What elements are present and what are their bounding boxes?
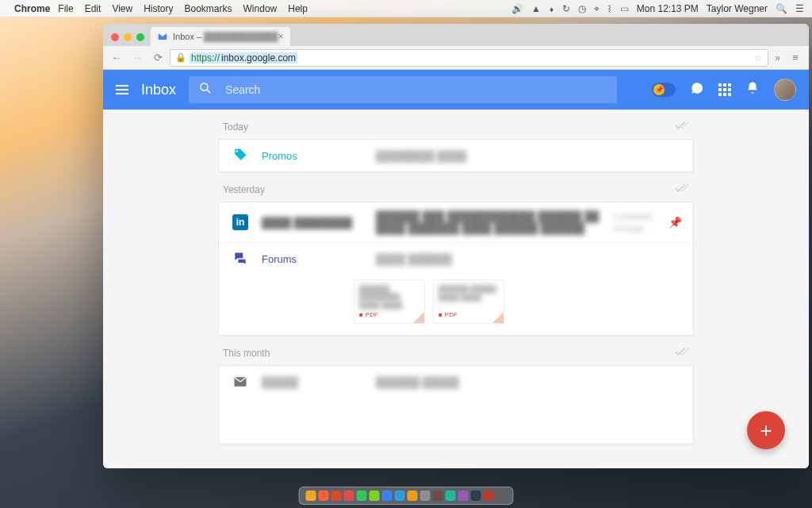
- forums-attachments: ██████ ████████ ████-████… ■ PDF ██████ …: [219, 275, 693, 335]
- search-bar[interactable]: [189, 76, 617, 103]
- sweep-today-icon[interactable]: [675, 121, 689, 133]
- svg-line-1: [207, 90, 210, 93]
- section-today: Today: [218, 110, 694, 139]
- menu-edit[interactable]: Edit: [85, 3, 102, 14]
- browser-tab[interactable]: Inbox – ████████████ ×: [151, 27, 290, 46]
- section-this-month: This month: [218, 336, 694, 365]
- pin-indicator-icon[interactable]: 📌: [668, 216, 682, 229]
- bundle-promos[interactable]: Promos ████████ ████: [219, 140, 693, 171]
- linkedin-icon: in: [230, 214, 251, 230]
- menu-view[interactable]: View: [112, 3, 132, 14]
- dropbox-icon[interactable]: ⬧: [549, 3, 554, 14]
- attachment-2-title: ██████ █████: [439, 285, 499, 293]
- wifi-icon[interactable]: ⧙: [607, 3, 612, 14]
- spotlight-icon[interactable]: 🔍: [776, 3, 787, 14]
- forums-icon: [230, 251, 251, 267]
- bookmark-star-icon[interactable]: ☆: [754, 52, 763, 64]
- tab-close-icon[interactable]: ×: [278, 31, 284, 42]
- chrome-menu-icon[interactable]: ≡: [787, 52, 804, 64]
- clock-icon[interactable]: ◷: [578, 3, 586, 14]
- dock-app-icon[interactable]: [433, 491, 443, 501]
- dock-app-icon[interactable]: [395, 491, 405, 501]
- message-linkedin[interactable]: in ████ ████████ ██████ ███ ████████████…: [219, 202, 693, 243]
- attachment-2-sub: ████ ████: [439, 293, 499, 301]
- month-sender: █████: [262, 376, 365, 388]
- dock-app-icon[interactable]: [306, 491, 316, 501]
- attachment-1-type: ■ PDF: [359, 311, 419, 318]
- tab-title: Inbox –: [173, 32, 201, 41]
- bundle-forums[interactable]: Forums ████ ██████: [219, 243, 693, 275]
- pinned-toggle[interactable]: 📌: [652, 83, 676, 97]
- inbox-favicon-icon: [157, 31, 168, 42]
- google-apps-icon[interactable]: [718, 83, 731, 96]
- attachment-1-title: ██████ ████████: [359, 285, 419, 301]
- inbox-content: Today Promos ████████ ████: [103, 110, 809, 468]
- envelope-icon: [230, 374, 251, 390]
- search-icon: [198, 81, 213, 98]
- sweep-month-icon[interactable]: [675, 347, 689, 359]
- bluetooth-icon[interactable]: ⌖: [594, 3, 599, 14]
- menu-icon[interactable]: [116, 85, 128, 94]
- dock-app-icon[interactable]: [458, 491, 469, 501]
- this-month-card: █████ ██████ █████: [218, 365, 694, 444]
- notification-center-icon[interactable]: ☰: [795, 3, 804, 14]
- dock-app-icon[interactable]: [484, 491, 494, 501]
- notifications-icon[interactable]: [745, 81, 760, 98]
- dock-app-icon[interactable]: [420, 491, 431, 501]
- menu-window[interactable]: Window: [243, 3, 278, 14]
- zoom-window-icon[interactable]: [136, 33, 144, 41]
- menu-help[interactable]: Help: [288, 3, 308, 14]
- forward-button[interactable]: →: [128, 52, 146, 64]
- sync-icon[interactable]: ↻: [562, 3, 570, 14]
- minimize-window-icon[interactable]: [124, 33, 132, 41]
- promos-label: Promos: [262, 150, 365, 162]
- dock-app-icon[interactable]: [319, 491, 329, 501]
- compose-fab[interactable]: +: [747, 411, 785, 449]
- forums-preview: ████ ██████: [376, 253, 682, 265]
- dock-app-icon[interactable]: [382, 491, 393, 501]
- account-avatar[interactable]: [774, 79, 796, 101]
- url-scheme: https://: [190, 52, 221, 64]
- svg-point-0: [201, 83, 208, 90]
- dock-app-icon[interactable]: [446, 491, 456, 501]
- message-generic[interactable]: █████ ██████ █████: [219, 366, 693, 398]
- back-button[interactable]: ←: [108, 52, 125, 64]
- tab-title-redacted: ████████████: [204, 32, 278, 41]
- volume-icon[interactable]: 🔊: [511, 3, 523, 14]
- chat-icon[interactable]: [690, 81, 704, 98]
- reload-button[interactable]: ⟳: [149, 52, 167, 64]
- sweep-yesterday-icon[interactable]: [675, 183, 689, 195]
- today-card: Promos ████████ ████: [218, 139, 694, 172]
- dock-app-icon[interactable]: [331, 491, 342, 501]
- menu-bookmarks[interactable]: Bookmarks: [185, 3, 232, 14]
- extensions-overflow-icon[interactable]: »: [772, 52, 783, 64]
- menubar-app[interactable]: Chrome: [14, 3, 50, 14]
- menu-history[interactable]: History: [144, 3, 173, 14]
- dock-app-icon[interactable]: [370, 491, 380, 501]
- dock-app-icon[interactable]: [496, 491, 507, 501]
- url-host: inbox.google.com: [221, 52, 297, 64]
- attachment-1[interactable]: ██████ ████████ ████-████… ■ PDF: [354, 279, 425, 324]
- linkedin-sender: ████ ████████: [262, 217, 365, 229]
- address-bar[interactable]: 🔒 https://inbox.google.com ☆: [170, 49, 768, 67]
- dock-app-icon[interactable]: [357, 491, 367, 501]
- menubar-clock[interactable]: Mon 12:13 PM: [637, 3, 699, 14]
- search-input[interactable]: [224, 83, 607, 97]
- menu-file[interactable]: File: [58, 3, 73, 14]
- dock-app-icon[interactable]: [344, 491, 354, 501]
- menubar-user[interactable]: Taylor Wegner: [707, 3, 768, 14]
- section-yesterday: Yesterday: [218, 172, 694, 202]
- macos-dock[interactable]: [299, 487, 514, 505]
- battery-icon[interactable]: ▭: [620, 3, 629, 14]
- page-curl-icon: [492, 312, 504, 323]
- linkedin-subject-wrap: ██████ ███ ████████████ ██████ ██ ████ █…: [376, 210, 657, 234]
- section-yesterday-label: Yesterday: [223, 184, 265, 195]
- chrome-window: Inbox – ████████████ × ← → ⟳ 🔒 https://i…: [103, 24, 809, 468]
- attachment-2[interactable]: ██████ █████ ████ ████ ■ PDF: [433, 279, 504, 324]
- attachment-1-sub: ████-████…: [359, 301, 419, 309]
- dock-app-icon[interactable]: [408, 491, 418, 501]
- cloud-icon[interactable]: ▲: [531, 3, 541, 14]
- dock-app-icon[interactable]: [471, 491, 481, 501]
- close-window-icon[interactable]: [111, 33, 119, 41]
- section-today-label: Today: [223, 121, 248, 133]
